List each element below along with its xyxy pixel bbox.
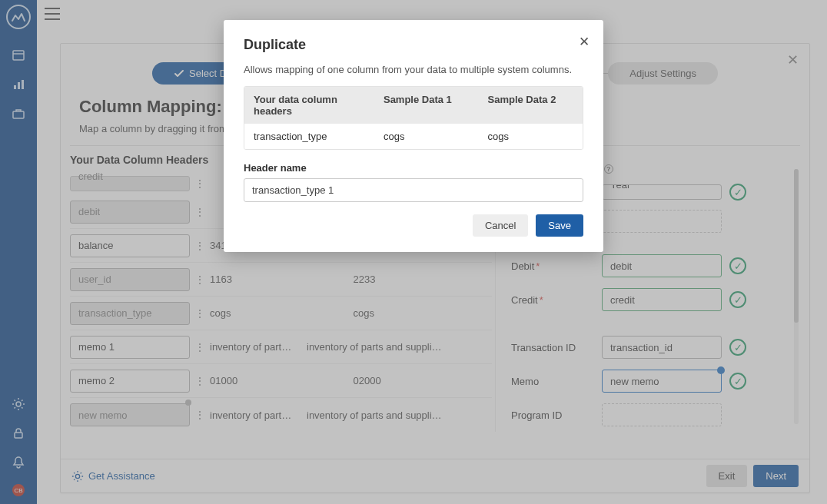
duplicate-modal: ✕ Duplicate Allows mapping of one column… (224, 20, 603, 252)
table-cell: cogs (478, 124, 583, 149)
save-button[interactable]: Save (536, 214, 583, 237)
close-icon[interactable]: ✕ (579, 34, 590, 50)
sample-data-table: Your data column headers Sample Data 1 S… (244, 86, 583, 150)
modal-description: Allows mapping of one column from your d… (244, 64, 583, 75)
header-name-input[interactable] (244, 178, 583, 202)
cancel-button[interactable]: Cancel (473, 214, 528, 237)
modal-title: Duplicate (244, 37, 583, 53)
table-cell: cogs (374, 124, 479, 149)
table-cell: transaction_type (244, 124, 374, 149)
header-name-label: Header name (244, 162, 583, 174)
table-header: Sample Data 1 (374, 87, 479, 124)
table-header: Your data column headers (244, 87, 374, 124)
table-header: Sample Data 2 (478, 87, 583, 124)
